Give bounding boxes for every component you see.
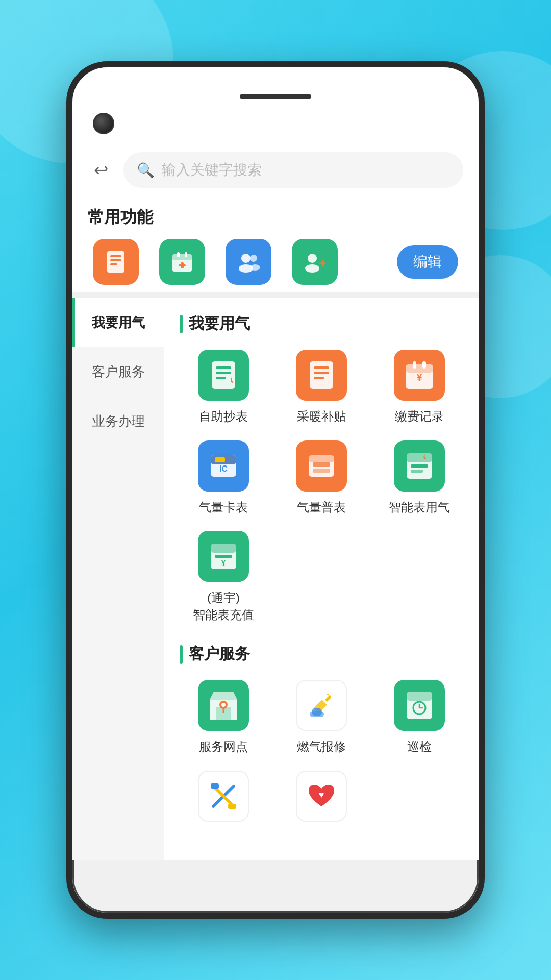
svg-text:IC: IC — [219, 464, 228, 473]
svg-rect-36 — [313, 469, 330, 473]
svg-rect-1 — [110, 255, 121, 257]
svg-rect-31 — [215, 457, 225, 462]
svg-rect-39 — [411, 464, 428, 468]
svg-rect-9 — [179, 264, 186, 266]
common-meter-svg — [304, 448, 339, 484]
svg-point-14 — [308, 254, 317, 263]
service-heating-subsidy[interactable]: 采暖补贴 — [278, 350, 365, 425]
gas-use-title: 我要用气 — [189, 313, 250, 334]
section-divider — [72, 292, 479, 298]
svg-rect-23 — [314, 377, 324, 379]
service-common-meter[interactable]: 气量普表 — [278, 440, 365, 516]
service-ic-meter[interactable]: IC 气量卡表 — [180, 440, 267, 516]
common-icon-calendar[interactable] — [159, 239, 205, 285]
camera-row — [72, 103, 479, 144]
service-outlet-svg — [206, 688, 241, 723]
search-bar[interactable]: 🔍 输入关键字搜索 — [123, 152, 463, 188]
service-payment-record[interactable]: ¥ 缴费记录 — [375, 350, 463, 425]
charge-smart-svg: ¥ — [206, 538, 241, 574]
service-charge-smart[interactable]: ¥ (通宇)智能表充值 — [180, 531, 267, 623]
svg-rect-3 — [110, 263, 117, 265]
status-bar — [72, 67, 479, 103]
svg-rect-19 — [216, 377, 226, 379]
sidebar-item-business[interactable]: 业务办理 — [72, 397, 164, 446]
common-icon-users[interactable] — [226, 239, 271, 285]
ic-meter-icon: IC — [198, 440, 249, 492]
main-content: 我要用气 客户服务 业务办理 我要用气 — [72, 298, 479, 860]
content-panel: 我要用气 — [164, 298, 479, 860]
service-inspection[interactable]: 巡检 — [375, 680, 463, 755]
search-placeholder: 输入关键字搜索 — [162, 160, 262, 180]
self-meter-svg — [206, 357, 241, 393]
service-self-meter[interactable]: 自助抄表 — [180, 350, 267, 425]
svg-rect-16 — [212, 361, 235, 389]
svg-rect-7 — [185, 252, 187, 257]
common-icon-meter[interactable] — [93, 239, 139, 285]
gas-repair-name: 燃气报修 — [297, 738, 346, 755]
svg-rect-6 — [177, 252, 180, 257]
service-outlet[interactable]: 服务网点 — [180, 680, 267, 755]
users-svg — [236, 249, 261, 275]
edit-button[interactable]: 编辑 — [397, 245, 458, 279]
svg-text:¥: ¥ — [221, 559, 226, 568]
meter-icon-box — [93, 239, 139, 285]
svg-point-15 — [305, 264, 319, 273]
service-smart-meter[interactable]: 智能表用气 — [375, 440, 463, 516]
users-icon-box — [226, 239, 271, 285]
service-tool[interactable] — [180, 771, 267, 829]
svg-rect-51 — [310, 711, 324, 717]
heating-subsidy-svg — [304, 357, 339, 393]
payment-record-svg: ¥ — [402, 357, 437, 393]
svg-rect-60 — [228, 804, 236, 809]
inspection-icon — [394, 680, 445, 731]
back-icon: ↩ — [94, 160, 108, 180]
smart-meter-icon — [394, 440, 445, 492]
ic-meter-svg: IC — [206, 448, 241, 484]
user-transfer-icon-box — [292, 239, 338, 285]
customer-service-title: 客户服务 — [189, 644, 250, 665]
calendar-svg — [169, 249, 195, 275]
svg-rect-20 — [310, 361, 333, 389]
heating-subsidy-icon — [296, 350, 347, 401]
self-meter-icon — [198, 350, 249, 401]
sidebar-item-gas-use[interactable]: 我要用气 — [72, 298, 164, 347]
speaker — [240, 94, 311, 99]
service-gas-repair[interactable]: 燃气报修 — [278, 680, 365, 755]
self-meter-name: 自助抄表 — [199, 408, 248, 425]
calendar-icon-box — [159, 239, 205, 285]
svg-rect-0 — [107, 251, 124, 273]
svg-rect-5 — [172, 254, 192, 260]
phone-shell: ↩ 🔍 输入关键字搜索 常用功能 — [66, 61, 485, 919]
svg-rect-2 — [110, 259, 121, 261]
payment-record-icon: ¥ — [394, 350, 445, 401]
gas-repair-svg — [304, 688, 339, 723]
heart-icon: ♥ — [296, 771, 347, 822]
service-heart[interactable]: ♥ — [278, 771, 365, 829]
tool-svg — [206, 778, 241, 814]
svg-text:¥: ¥ — [416, 372, 422, 383]
svg-rect-22 — [314, 372, 329, 374]
svg-rect-18 — [216, 372, 231, 374]
search-row: ↩ 🔍 输入关键字搜索 — [72, 144, 479, 196]
svg-rect-43 — [215, 555, 232, 558]
user-transfer-svg — [302, 249, 328, 275]
gas-repair-icon — [296, 680, 347, 731]
svg-rect-27 — [422, 361, 426, 369]
back-button[interactable]: ↩ — [88, 157, 114, 183]
gas-use-header: 我要用气 — [180, 313, 463, 334]
charge-smart-name: (通宇)智能表充值 — [193, 589, 254, 623]
svg-point-10 — [241, 254, 251, 263]
common-icons-row: 编辑 — [88, 239, 463, 285]
svg-point-12 — [250, 255, 257, 262]
sidebar-item-customer-service[interactable]: 客户服务 — [72, 347, 164, 396]
camera-dot — [93, 113, 114, 134]
svg-rect-42 — [211, 544, 236, 553]
svg-rect-17 — [216, 366, 231, 369]
svg-rect-26 — [413, 361, 416, 369]
search-icon: 🔍 — [137, 162, 155, 179]
customer-service-header: 客户服务 — [180, 644, 463, 665]
inspection-svg — [402, 688, 437, 723]
gas-use-grid: 自助抄表 采暖补贴 — [180, 350, 463, 623]
common-meter-icon — [296, 440, 347, 492]
common-icon-user-transfer[interactable] — [292, 239, 338, 285]
